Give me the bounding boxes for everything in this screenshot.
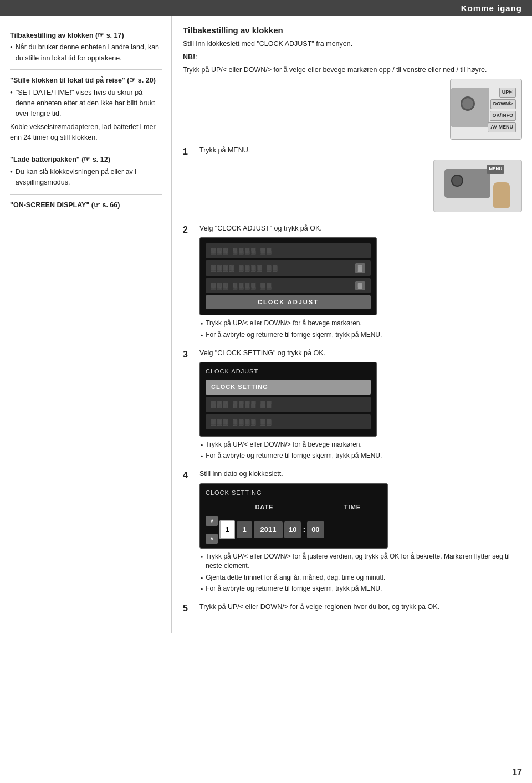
step1-number: 1 bbox=[183, 145, 194, 159]
step4-bullet2-text: Gjenta dette trinnet for å angi år, måne… bbox=[206, 573, 385, 582]
step4-time-header: TIME bbox=[323, 501, 382, 514]
step4-val4: 10 bbox=[284, 521, 301, 538]
step3-bullet2: For å avbryte og returnere til forrige s… bbox=[201, 451, 522, 460]
step4-clock-setting-screenshot: CLOCK SETTING DATE TIME ∧ ∨ 1 1 bbox=[200, 483, 388, 549]
step3-menu-screenshot: CLOCK ADJUST CLOCK SETTING ▓▓▓ ▓▓▓▓ ▓▓ ▓… bbox=[200, 362, 377, 436]
divider1 bbox=[10, 69, 162, 70]
step3-text: Velg "CLOCK SETTING" og trykk på OK. bbox=[200, 348, 522, 359]
step2-bullet1-text: Trykk på UP/< eller DOWN/> for å bevege … bbox=[206, 319, 362, 328]
right-intro1: Still inn klokkeslett med "CLOCK ADJUST"… bbox=[183, 39, 522, 49]
divider2 bbox=[10, 149, 162, 149]
divider3 bbox=[10, 194, 162, 195]
step4-val1: 1 bbox=[219, 520, 235, 539]
left-section4-title: "ON-SCREEN DISPLAY" (☞ s. 66) bbox=[10, 200, 162, 211]
av-menu-button-label: AV MENU bbox=[488, 122, 516, 132]
step3-menu-title: CLOCK ADJUST bbox=[206, 367, 371, 376]
step3-bullet1: Trykk på UP/< eller DOWN/> for å bevege … bbox=[201, 440, 522, 449]
left-bullet1: Når du bruker denne enheten i andre land… bbox=[10, 42, 162, 64]
right-nb-text: Trykk på UP/< eller DOWN/> for å velge e… bbox=[183, 65, 522, 75]
content-wrapper: Tilbakestilling av klokken (☞ s. 17) Når… bbox=[0, 16, 532, 633]
step1-menu-label: MENU bbox=[487, 165, 504, 173]
step4-date-header: DATE bbox=[206, 501, 323, 514]
step2-menu-screenshot: ▓▓▓ ▓▓▓▓ ▓▓ ▓▓▓▓ ▓▓▓▓ ▓▓ ▓ ▓▓▓ ▓▓▓▓ ▓▓ ▓… bbox=[200, 237, 377, 315]
step4-val2: 1 bbox=[237, 521, 252, 538]
step2-menu-row3: ▓▓▓ ▓▓▓▓ ▓▓ ▓ bbox=[206, 278, 371, 294]
step4-bullet1: Trykk på UP/< eller DOWN/> for å justere… bbox=[201, 552, 522, 571]
step2-text: Velg "CLOCK ADJUST" og trykk på OK. bbox=[200, 223, 522, 234]
step5: 5 Trykk på UP/< eller DOWN/> for å velge… bbox=[183, 602, 522, 616]
right-nb: NB!: bbox=[183, 52, 522, 63]
left-bullet2-text: "SET DATE/TIME!" vises hvis du skrur på … bbox=[16, 88, 162, 120]
step4-bullets: Trykk på UP/< eller DOWN/> for å justere… bbox=[201, 552, 522, 594]
step3-content: Velg "CLOCK SETTING" og trykk på OK. CLO… bbox=[200, 348, 522, 462]
left-section1-title: Tilbakestilling av klokken (☞ s. 17) bbox=[10, 30, 162, 41]
nb-label: NB! bbox=[183, 53, 195, 61]
step3-bullet1-text: Trykk på UP/< eller DOWN/> for å bevege … bbox=[206, 440, 362, 449]
step4-bullet3-text: For å avbryte og returnere til forrige s… bbox=[206, 584, 382, 593]
step3-bullets: Trykk på UP/< eller DOWN/> for å bevege … bbox=[201, 440, 522, 461]
left-bullet3-text: Du kan slå klokkevisningen på eller av i… bbox=[16, 167, 162, 188]
left-text1: Koble vekselstrømadapteren, lad batterie… bbox=[10, 122, 162, 144]
step3-dim-item3: ▓▓▓ ▓▓▓▓ ▓▓ bbox=[206, 414, 371, 429]
step4-content: Still inn dato og klokkeslett. CLOCK SET… bbox=[200, 469, 522, 595]
step4-number: 4 bbox=[183, 469, 194, 483]
page-number: 17 bbox=[512, 767, 522, 777]
step3: 3 Velg "CLOCK SETTING" og trykk på OK. C… bbox=[183, 348, 522, 462]
step4-data-row: ∧ ∨ 1 1 2011 10 : 00 bbox=[206, 516, 382, 544]
step5-number: 5 bbox=[183, 602, 194, 616]
step4-val5: 00 bbox=[307, 521, 324, 538]
step2-bullet2-text: For å avbryte og returnere til forrige s… bbox=[206, 330, 382, 340]
left-bullet2: "SET DATE/TIME!" vises hvis du skrur på … bbox=[10, 88, 162, 120]
step4-val3: 2011 bbox=[254, 521, 283, 538]
page-header-title: Komme igang bbox=[461, 3, 522, 13]
right-column: Tilbakestilling av klokken Still inn klo… bbox=[172, 16, 532, 633]
left-section3-title: "Lade batteripakken" (☞ s. 12) bbox=[10, 155, 162, 165]
step4-bullet1-text: Trykk på UP/< eller DOWN/> for å justere… bbox=[206, 552, 522, 571]
step3-clock-setting-item: CLOCK SETTING bbox=[206, 380, 371, 395]
step4-bullet3: For å avbryte og returnere til forrige s… bbox=[201, 584, 522, 593]
up-button-label: UP/< bbox=[499, 88, 516, 98]
step3-dim-item2: ▓▓▓ ▓▓▓▓ ▓▓ bbox=[206, 397, 371, 412]
left-section2-title: "Stille klokken til lokal tid på reise" … bbox=[10, 75, 162, 86]
step5-content: Trykk på UP/< eller DOWN/> for å velge r… bbox=[200, 602, 522, 616]
step3-number: 3 bbox=[183, 348, 194, 362]
left-bullet1-text: Når du bruker denne enheten i andre land… bbox=[16, 42, 162, 64]
step2-content: Velg "CLOCK ADJUST" og trykk på OK. ▓▓▓ … bbox=[200, 223, 522, 341]
left-bullet3: Du kan slå klokkevisningen på eller av i… bbox=[10, 167, 162, 188]
step4-header-row: DATE TIME bbox=[206, 501, 382, 514]
step1-camera-hand: MENU bbox=[200, 160, 522, 212]
step2-bullet2: For å avbryte og returnere til forrige s… bbox=[201, 330, 522, 340]
step4-arrow-col: ∧ ∨ bbox=[206, 516, 218, 544]
step4-up-arrow[interactable]: ∧ bbox=[206, 516, 218, 526]
step2-number: 2 bbox=[183, 223, 194, 237]
step1-content: Trykk på MENU. MENU bbox=[200, 145, 522, 216]
down-button-label: DOWN/> bbox=[490, 99, 516, 109]
step5-text: Trykk på UP/< eller DOWN/> for å velge r… bbox=[200, 602, 522, 612]
step2-menu-row2: ▓▓▓▓ ▓▓▓▓ ▓▓ ▓ bbox=[206, 260, 371, 276]
step2: 2 Velg "CLOCK ADJUST" og trykk på OK. ▓▓… bbox=[183, 223, 522, 341]
step1: 1 Trykk på MENU. MENU bbox=[183, 145, 522, 216]
step4-cs-title: CLOCK SETTING bbox=[206, 488, 382, 498]
step4-text: Still inn dato og klokkeslett. bbox=[200, 469, 522, 479]
step4-down-arrow[interactable]: ∨ bbox=[206, 534, 218, 544]
step4-values: 1 1 2011 10 : 00 bbox=[219, 520, 382, 539]
step4: 4 Still inn dato og klokkeslett. CLOCK S… bbox=[183, 469, 522, 595]
step2-menu-row1: ▓▓▓ ▓▓▓▓ ▓▓ bbox=[206, 243, 371, 258]
camera-diagram-area: UP/< DOWN/> OK/INFO AV MENU bbox=[183, 79, 522, 140]
left-column: Tilbakestilling av klokken (☞ s. 17) Når… bbox=[0, 16, 172, 633]
step4-bullet2: Gjenta dette trinnet for å angi år, måne… bbox=[201, 573, 522, 582]
camera-hand-box: MENU bbox=[433, 160, 522, 212]
step2-bullet1: Trykk på UP/< eller DOWN/> for å bevege … bbox=[201, 319, 522, 328]
step2-bullets: Trykk på UP/< eller DOWN/> for å bevege … bbox=[201, 319, 522, 340]
step2-clock-adjust-label: CLOCK ADJUST bbox=[206, 295, 371, 309]
step3-bullet2-text: For å avbryte og returnere til forrige s… bbox=[206, 451, 382, 460]
step1-text: Trykk på MENU. bbox=[200, 145, 522, 156]
right-main-title: Tilbakestilling av klokken bbox=[183, 24, 522, 37]
nb-colon: : bbox=[195, 53, 197, 61]
camera-control-box: UP/< DOWN/> OK/INFO AV MENU bbox=[450, 79, 522, 140]
ok-info-button-label: OK/INFO bbox=[490, 111, 516, 121]
page-header: Komme igang bbox=[0, 0, 532, 16]
step4-colon: : bbox=[303, 524, 305, 536]
